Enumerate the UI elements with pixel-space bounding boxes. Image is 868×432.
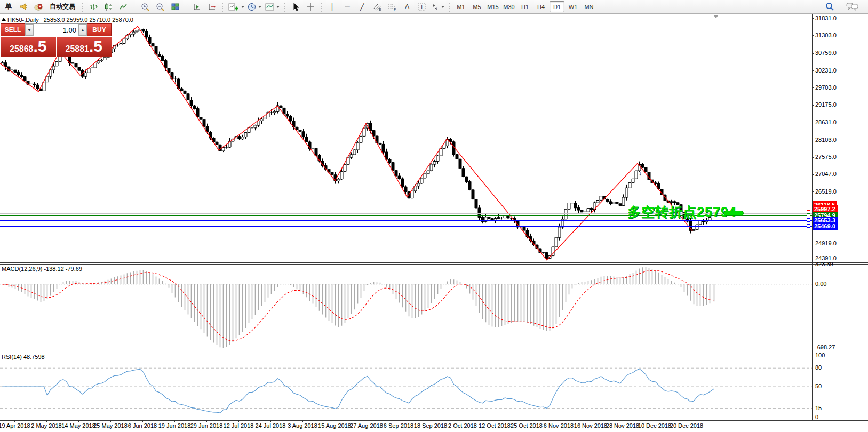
macd-pane-canvas[interactable] (0, 264, 812, 351)
rsi-level-label-0: 0 (815, 414, 818, 420)
volume-increase-button[interactable]: ▲ (78, 24, 87, 36)
bars-chart-icon[interactable] (86, 1, 101, 13)
price-tick-mark (812, 174, 814, 175)
date-tick-mark (78, 420, 79, 422)
rsi-level-label-50: 50 (815, 383, 822, 389)
date-tick-label: 25 May 2018 (93, 422, 128, 429)
timeframe-button-m15[interactable]: M15 (485, 1, 500, 12)
buy-price-frac: .5 (89, 38, 102, 54)
toolbar-separator (185, 2, 187, 12)
macd-scale-min: -698.27 (815, 344, 835, 350)
crosshair-icon[interactable] (303, 1, 318, 13)
auto-scroll-icon[interactable] (189, 1, 204, 13)
volume-value[interactable]: 1.00 (34, 24, 78, 36)
cursor-icon[interactable] (288, 1, 303, 13)
date-axis-border (0, 420, 868, 421)
date-tick-label: 15 Aug 2018 (318, 422, 351, 429)
fibonacci-icon[interactable]: F (385, 1, 400, 13)
buy-button[interactable]: BUY (87, 23, 112, 36)
date-tick-label: 19 Apr 2018 (0, 422, 30, 429)
timeframe-button-h1[interactable]: H1 (517, 1, 532, 12)
line-anchor-square (807, 218, 810, 222)
price-tick-label: 30231.0 (815, 67, 837, 74)
vertical-line-icon[interactable]: │ (325, 1, 340, 13)
date-tick-label: 2 Oct 2018 (448, 422, 477, 429)
date-tick-mark (238, 420, 239, 422)
timeframe-button-h4[interactable]: H4 (533, 1, 548, 12)
channel-icon[interactable]: E (370, 1, 385, 13)
chat-icon[interactable] (845, 1, 861, 13)
new-order-button[interactable]: 单 (1, 1, 16, 13)
date-tick-label: 18 Sep 2018 (414, 422, 447, 429)
line-anchor-square (807, 224, 810, 228)
periods-icon[interactable] (246, 1, 263, 13)
dropdown-caret (241, 6, 244, 8)
horizontal-line-icon[interactable]: ─ (340, 1, 355, 13)
date-tick-label: 12 Oct 2018 (479, 422, 511, 429)
price-tick-mark (812, 105, 814, 106)
date-tick-label: 25 Oct 2018 (511, 422, 543, 429)
trendline-icon[interactable]: ╱ (355, 1, 370, 13)
arrows-icon[interactable] (429, 1, 446, 13)
line-chart-icon[interactable] (116, 1, 131, 13)
label-icon[interactable]: T (415, 1, 429, 13)
toolbar-separator (221, 2, 224, 12)
price-tick-mark (812, 191, 814, 192)
timeframe-button-d1[interactable]: D1 (550, 1, 564, 12)
date-tick-label: 6 Jun 2018 (128, 422, 157, 429)
sell-price[interactable]: 25868 .5 (1, 37, 56, 57)
date-tick-label: 27 Aug 2018 (350, 422, 383, 429)
price-line-tag: 25469.0 (813, 222, 838, 230)
price-tick-mark (812, 123, 814, 123)
toolbar-separator (133, 2, 136, 12)
indicators-icon[interactable] (226, 1, 246, 13)
chart-shift-icon[interactable] (204, 1, 219, 13)
price-tick-mark (812, 87, 814, 88)
price-tick-label: 24919.0 (815, 240, 837, 246)
horizontal-line-25469.0[interactable] (0, 226, 812, 227)
price-tick-mark (812, 261, 814, 261)
toolbar-separator (448, 2, 451, 12)
search-icon[interactable] (822, 1, 837, 13)
sell-signal-arrow-icon: ↓ (639, 170, 642, 177)
autotrading-button[interactable]: 自动交易 (46, 1, 79, 13)
timeframe-button-m1[interactable]: M1 (453, 1, 468, 12)
toolbar-separator (81, 2, 84, 12)
candlestick-chart-icon[interactable] (101, 1, 116, 13)
date-tick-mark (399, 420, 399, 422)
timeframe-button-m30[interactable]: M30 (501, 1, 516, 12)
price-tick-label: 29703.0 (815, 84, 837, 91)
toolbar-separator (283, 2, 286, 12)
text-icon[interactable]: A (400, 1, 415, 13)
templates-icon[interactable] (263, 1, 281, 13)
zoom-out-icon[interactable] (153, 1, 168, 13)
date-tick-mark (591, 420, 591, 422)
timeframe-button-mn[interactable]: MN (582, 1, 596, 12)
timeframe-button-w1[interactable]: W1 (566, 1, 580, 12)
horn-icon[interactable] (16, 1, 31, 13)
volume-spinner: ▼ 1.00 ▲ (25, 23, 87, 36)
date-tick-label: 2 May 2018 (31, 422, 61, 429)
date-tick-label: 29 Jun 2018 (190, 422, 223, 429)
price-tick-mark (812, 18, 814, 19)
autotrading-icon[interactable] (31, 1, 46, 13)
date-tick-label: 6 Nov 2018 (544, 422, 574, 429)
rsi-level-label-15: 15 (815, 405, 822, 411)
buy-price-main: 25881 (65, 41, 89, 57)
buy-price[interactable]: 25881 .5 (57, 37, 112, 57)
svg-text:E: E (379, 7, 381, 11)
timeframe-button-m5[interactable]: M5 (469, 1, 484, 12)
zoom-in-icon[interactable] (138, 1, 153, 13)
tile-windows-icon[interactable] (168, 1, 182, 13)
sell-price-frac: .5 (33, 38, 46, 54)
dropdown-caret (441, 6, 444, 8)
rsi-level-label-100: 100 (815, 352, 825, 358)
date-tick-label: 6 Sep 2018 (384, 422, 413, 429)
date-tick-mark (527, 420, 527, 422)
date-tick-mark (655, 420, 655, 422)
rsi-pane-canvas[interactable] (0, 353, 812, 420)
volume-decrease-button[interactable]: ▼ (25, 24, 34, 36)
sell-button[interactable]: SELL (1, 23, 25, 36)
toolbar: 单 自动交易 (0, 0, 868, 14)
date-tick-mark (206, 420, 207, 422)
